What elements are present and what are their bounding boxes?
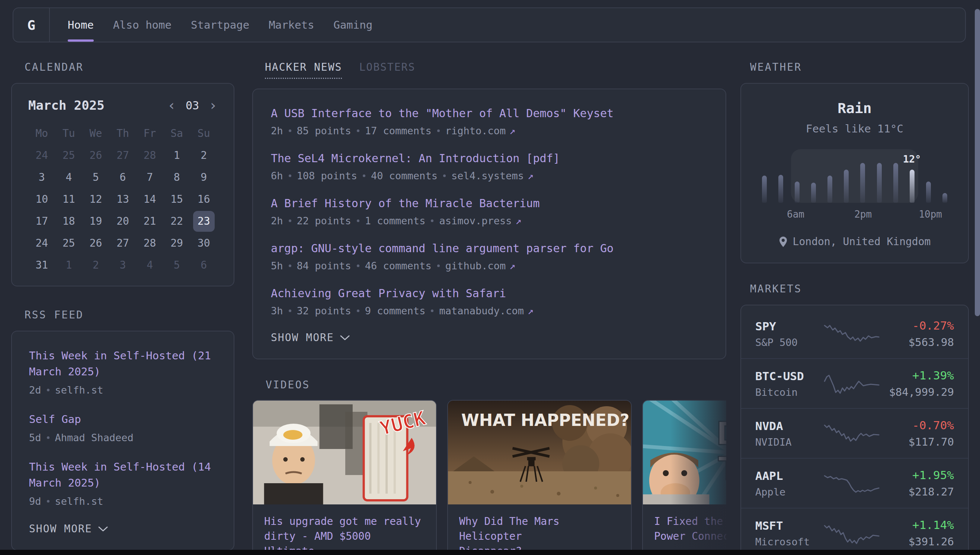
video-title[interactable]: I Fixed the 5090's Power Connector Probl… — [654, 514, 726, 544]
weather-tick-label: 2pm — [854, 209, 872, 220]
rss-item-title[interactable]: This Week in Self-Hosted (21 March 2025) — [29, 348, 217, 380]
dot-separator — [47, 500, 50, 502]
market-values: +1.14%$391.26 — [882, 518, 954, 548]
news-item-domain-link[interactable]: righto.com — [445, 125, 506, 136]
nav-item-startpage[interactable]: Startpage — [191, 8, 249, 42]
news-item-title[interactable]: argp: GNU-style command line argument pa… — [271, 241, 708, 255]
news-item-points: 84 points — [297, 260, 351, 271]
weather-bar — [778, 175, 783, 203]
calendar-day: 3 — [109, 254, 136, 276]
weather-location-row: London, United Kingdom — [741, 236, 968, 248]
news-item-domain-link[interactable]: matanabudy.com — [439, 305, 524, 316]
dot-separator — [437, 265, 440, 267]
market-change: -0.27% — [882, 319, 954, 332]
market-ticker: MSFT — [755, 519, 822, 532]
news-item-domain-link[interactable]: asimov.press — [439, 215, 512, 226]
tab-lobsters[interactable]: LOBSTERS — [359, 61, 415, 79]
video-card[interactable]: DO T I Fixed the 5090's Power Connector … — [642, 400, 726, 555]
dot-separator — [437, 130, 440, 132]
rss-widget: This Week in Self-Hosted (21 March 2025)… — [11, 331, 234, 550]
dot-separator — [289, 265, 291, 267]
weather-tick-label: 10pm — [919, 209, 942, 220]
calendar-day: 18 — [55, 210, 83, 232]
rss-item-meta: 9dselfh.st — [29, 496, 217, 507]
market-row[interactable]: NVDANVIDIA-0.70%$117.70 — [741, 408, 968, 458]
nav-item-markets[interactable]: Markets — [269, 8, 314, 42]
market-ticker: AAPL — [755, 469, 822, 483]
market-info: AAPLApple — [755, 469, 822, 498]
market-row[interactable]: BTC-USDBitcoin+1.39%$84,999.29 — [741, 358, 968, 408]
markets-section-title: MARKETS — [740, 283, 969, 295]
nav-item-home[interactable]: Home — [68, 8, 94, 42]
market-row[interactable]: SPYS&P 500-0.27%$563.98 — [741, 309, 968, 358]
news-item-title[interactable]: The SeL4 Microkernel: An Introduction [p… — [271, 151, 708, 165]
weather-widget: Rain Feels like 11°C 12° 6am2pm10pm Lond… — [740, 83, 969, 263]
market-sparkline — [822, 322, 881, 346]
external-link-icon: ↗ — [515, 215, 521, 226]
video-title[interactable]: Why Did The Mars Helicopter Disappear? — [459, 514, 620, 555]
market-ticker: NVDA — [755, 419, 822, 433]
news-item-title[interactable]: A Brief History of the Miracle Bacterium — [271, 196, 708, 210]
video-title-line: I Fixed the 5090's — [654, 514, 726, 529]
calendar-next-icon[interactable]: › — [209, 100, 217, 111]
window-bottom-edge — [0, 550, 980, 555]
market-info: SPYS&P 500 — [755, 319, 822, 348]
external-link-icon: ↗ — [528, 170, 534, 181]
news-item-title[interactable]: Achieving Great Privacy with Safari — [271, 286, 708, 301]
dot-separator — [357, 130, 359, 132]
weather-current-temp-label: 12° — [903, 153, 921, 165]
hacker-news-widget: A USB Interface to the "Mother of All De… — [252, 88, 726, 359]
news-item-domain-link[interactable]: github.com — [445, 260, 506, 271]
dot-separator — [289, 130, 291, 132]
news-item-domain-link[interactable]: sel4.systems — [451, 170, 524, 181]
dot-separator — [289, 310, 291, 312]
nav-item-gaming[interactable]: Gaming — [334, 8, 372, 42]
calendar-day: 17 — [28, 210, 55, 232]
right-column: WEATHER Rain Feels like 11°C 12° 6am2pm1… — [740, 56, 969, 555]
market-ticker: BTC-USD — [755, 369, 822, 383]
rss-item-title[interactable]: This Week in Self-Hosted (14 March 2025) — [29, 459, 217, 491]
news-item-title[interactable]: A USB Interface to the "Mother of All De… — [271, 106, 708, 120]
calendar-weekday: Mo — [28, 122, 55, 144]
dot-separator — [357, 265, 359, 267]
scrollbar-thumb[interactable] — [975, 9, 980, 316]
news-item-age: 6h — [271, 170, 283, 181]
app-logo[interactable]: G — [13, 8, 50, 42]
video-title[interactable]: His upgrade got me really dirty - AMD $5… — [264, 514, 425, 555]
calendar-day: 12 — [82, 188, 109, 210]
news-item-comments: 46 comments — [365, 260, 431, 271]
rss-item-title[interactable]: Self Gap — [29, 411, 217, 427]
market-row[interactable]: AAPLApple+1.95%$218.27 — [741, 458, 968, 508]
calendar-day: 6 — [190, 254, 217, 276]
weather-bar — [795, 181, 800, 203]
videos-section-title: VIDEOS — [252, 379, 726, 391]
calendar-prev-icon[interactable]: ‹ — [167, 100, 176, 111]
tab-hacker-news[interactable]: HACKER NEWS — [265, 61, 342, 79]
news-show-more-button[interactable]: SHOW MORE — [271, 332, 708, 344]
rss-item: This Week in Self-Hosted (21 March 2025)… — [29, 348, 217, 396]
dashboard-page: G HomeAlso homeStartpageMarketsGaming CA… — [0, 0, 980, 555]
market-ticker: SPY — [755, 319, 822, 333]
video-thumbnail: YUCK — [253, 401, 436, 504]
news-item-points: 85 points — [297, 125, 351, 136]
dot-separator — [357, 220, 359, 222]
rss-item: This Week in Self-Hosted (14 March 2025)… — [29, 459, 217, 507]
weather-hourly-chart: 12° — [762, 162, 947, 203]
market-change: +1.95% — [882, 468, 954, 482]
news-item-meta: 2h85 points17 commentsrighto.com↗ — [271, 125, 708, 136]
news-item-meta: 6h108 points40 commentssel4.systems↗ — [271, 170, 708, 181]
market-sparkline — [822, 521, 881, 545]
markets-widget: SPYS&P 500-0.27%$563.98BTC-USDBitcoin+1.… — [740, 305, 969, 555]
market-price: $563.98 — [882, 336, 954, 348]
calendar-day: 3 — [28, 166, 55, 188]
market-row[interactable]: MSFTMicrosoft+1.14%$391.26 — [741, 508, 968, 555]
nav-item-also-home[interactable]: Also home — [113, 8, 172, 42]
rss-show-more-button[interactable]: SHOW MORE — [29, 523, 217, 535]
video-card[interactable]: YUCK His upgrade got me really dirty - A… — [252, 400, 437, 555]
nav-menu: HomeAlso homeStartpageMarketsGaming — [50, 8, 372, 42]
calendar-day: 28 — [136, 144, 163, 166]
calendar-day: 19 — [82, 210, 109, 232]
video-card[interactable]: WHAT HAPPENED? Why Did The Mars Helicopt… — [447, 400, 632, 555]
calendar-day: 8 — [163, 166, 191, 188]
news-item-meta: 2h22 points1 commentsasimov.press↗ — [271, 215, 708, 226]
